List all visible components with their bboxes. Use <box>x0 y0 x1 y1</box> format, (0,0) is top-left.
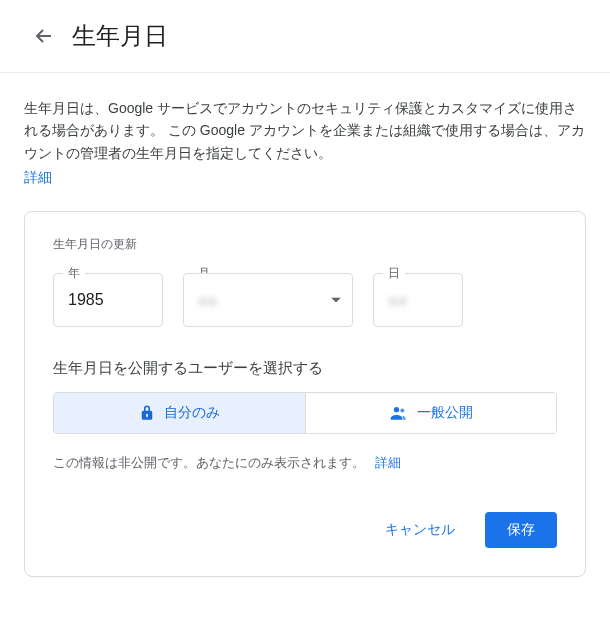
privacy-note: この情報は非公開です。あなたにのみ表示されます。 詳細 <box>53 454 557 472</box>
page-header: 生年月日 <box>0 0 610 73</box>
year-label: 年 <box>63 265 85 282</box>
cancel-button[interactable]: キャンセル <box>363 512 477 548</box>
content: 生年月日は、Google サービスでアカウントのセキュリティ保護とカスタマイズに… <box>0 73 610 601</box>
month-field: 月 ●● <box>183 273 353 327</box>
date-fields-row: 年 月 ●● 日 ●● <box>53 273 557 327</box>
action-buttons: キャンセル 保存 <box>53 512 557 548</box>
privacy-learn-more-link[interactable]: 詳細 <box>375 455 401 470</box>
visibility-heading: 生年月日を公開するユーザーを選択する <box>53 359 557 378</box>
birthday-card: 生年月日の更新 年 月 ●● 日 ●● 生年月日 <box>24 211 586 577</box>
privacy-note-text: この情報は非公開です。あなたにのみ表示されます。 <box>53 455 365 470</box>
description-text: 生年月日は、Google サービスでアカウントのセキュリティ保護とカスタマイズに… <box>24 97 586 164</box>
visibility-toggle-group: 自分のみ 一般公開 <box>53 392 557 434</box>
arrow-back-icon <box>32 24 56 48</box>
people-icon <box>389 403 409 423</box>
save-button[interactable]: 保存 <box>485 512 557 548</box>
visibility-private-label: 自分のみ <box>164 404 220 422</box>
card-subtitle: 生年月日の更新 <box>53 236 557 253</box>
lock-icon <box>138 404 156 422</box>
month-value-redacted: ●● <box>184 274 352 328</box>
visibility-public-label: 一般公開 <box>417 404 473 422</box>
page-title: 生年月日 <box>72 20 168 52</box>
svg-point-1 <box>400 409 404 413</box>
learn-more-link[interactable]: 詳細 <box>24 169 52 185</box>
svg-point-0 <box>394 407 399 412</box>
visibility-public-button[interactable]: 一般公開 <box>305 393 557 433</box>
day-value-redacted: ●● <box>374 274 462 328</box>
month-select[interactable]: ●● <box>183 273 353 327</box>
day-input[interactable]: ●● <box>373 273 463 327</box>
back-button[interactable] <box>24 16 64 56</box>
visibility-private-button[interactable]: 自分のみ <box>54 393 305 433</box>
day-field: 日 ●● <box>373 273 463 327</box>
year-field: 年 <box>53 273 163 327</box>
